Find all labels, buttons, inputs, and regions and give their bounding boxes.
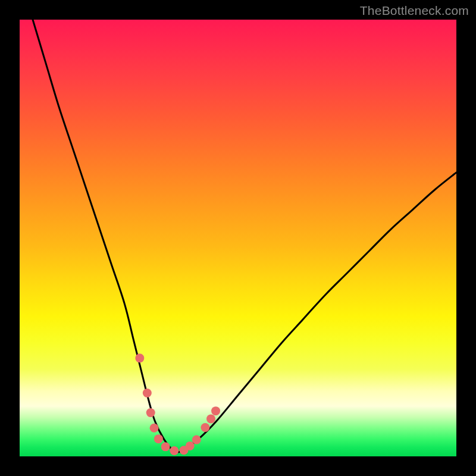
curve-marker xyxy=(143,389,152,397)
chart-plot-area xyxy=(20,20,456,456)
curve-markers xyxy=(135,353,220,455)
curve-marker xyxy=(170,446,178,455)
curve-marker xyxy=(150,424,159,433)
curve-marker xyxy=(186,441,195,450)
watermark-text: TheBottleneck.com xyxy=(360,4,469,18)
bottleneck-curve xyxy=(33,20,456,452)
curve-marker xyxy=(192,436,201,444)
curve-marker xyxy=(146,408,155,417)
bottleneck-curve-path xyxy=(33,20,456,452)
curve-marker xyxy=(161,442,170,451)
curve-marker xyxy=(135,353,144,362)
curve-marker xyxy=(201,423,209,432)
chart-svg xyxy=(20,20,456,456)
chart-frame: TheBottleneck.com xyxy=(0,0,476,476)
curve-marker xyxy=(211,406,220,415)
curve-marker xyxy=(154,434,163,443)
curve-marker xyxy=(206,414,215,423)
